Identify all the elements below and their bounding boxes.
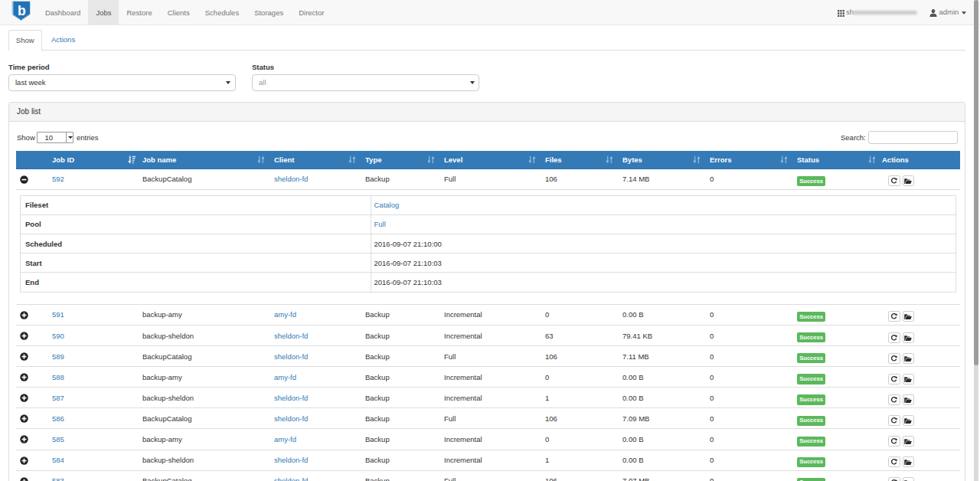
svg-text:b: b — [18, 3, 26, 18]
